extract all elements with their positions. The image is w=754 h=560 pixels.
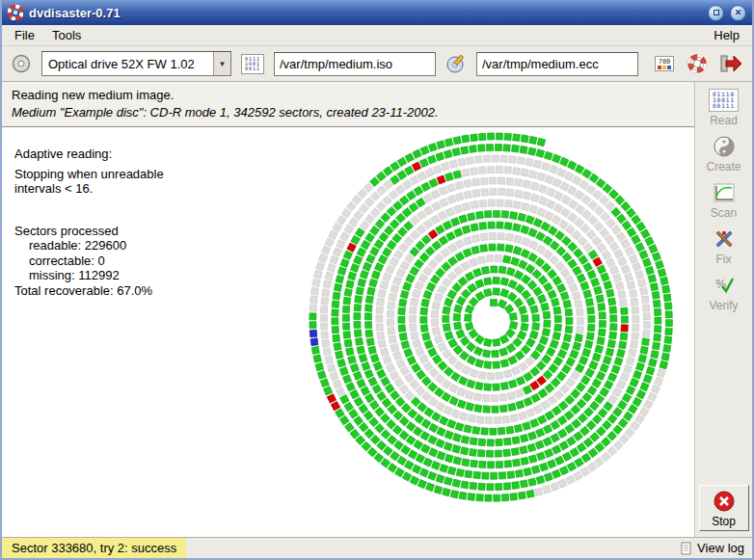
stopping-line1: Stopping when unreadable: [14, 167, 164, 182]
titlebar[interactable]: dvdisaster-0.71 ✕: [2, 0, 752, 25]
scan-icon: [713, 180, 736, 205]
verify-label: Verify: [709, 299, 738, 312]
create-icon: [713, 134, 736, 159]
sectors-processed-title: Sectors processed: [14, 224, 164, 239]
combo-arrow-icon[interactable]: ▼: [213, 52, 230, 75]
action-sidebar: 01110 10011 00111 Read Create: [694, 82, 752, 537]
scan-button[interactable]: Scan: [698, 177, 750, 222]
lifebelt-help-icon: [687, 53, 708, 74]
log-icon: [680, 542, 693, 555]
read-icon: 01110 10011 00111: [709, 88, 739, 113]
view-log-label: View log: [697, 541, 744, 555]
app-icon: [8, 5, 23, 20]
adaptive-reading-title: Adaptive reading:: [14, 147, 164, 162]
preferences-button[interactable]: 780: [652, 53, 677, 74]
status-heading-line2: Medium "Example disc": CD-R mode 1, 3425…: [12, 104, 685, 121]
ecc-path-input[interactable]: [476, 52, 638, 76]
fix-button[interactable]: Fix: [698, 224, 750, 268]
menu-help[interactable]: Help: [705, 26, 748, 44]
reading-canvas: Adaptive reading: Stopping when unreadab…: [2, 127, 694, 537]
close-button[interactable]: ✕: [730, 5, 746, 21]
quit-button[interactable]: [717, 50, 746, 77]
statusbar: Sector 333680, try 2: success View log: [2, 537, 752, 558]
status-heading-line1: Reading new medium image.: [12, 87, 685, 104]
ecc-file-button[interactable]: [443, 50, 470, 77]
stop-icon: [714, 489, 735, 514]
create-button[interactable]: Create: [698, 131, 750, 175]
drive-select-value: Optical drive 52X FW 1.02: [42, 57, 213, 71]
verify-icon: %: [713, 273, 736, 298]
view-log-button[interactable]: View log: [672, 538, 752, 558]
help-button[interactable]: [684, 50, 711, 77]
content-row: Reading new medium image. Medium "Exampl…: [2, 82, 752, 537]
sectors-correctable: correctable: 0: [14, 253, 164, 269]
preferences-icon: 780: [655, 56, 674, 71]
iso-path-input[interactable]: [274, 52, 436, 76]
fix-label: Fix: [716, 253, 732, 266]
toolbar: Optical drive 52X FW 1.02 ▼ 0111 1001 00…: [2, 46, 752, 82]
read-label: Read: [710, 114, 738, 127]
drive-select[interactable]: Optical drive 52X FW 1.02 ▼: [41, 51, 231, 76]
stop-button[interactable]: Stop: [699, 485, 749, 531]
statusbar-spacer: [186, 538, 672, 558]
close-icon: ✕: [735, 8, 742, 17]
menu-file[interactable]: File: [6, 26, 43, 44]
window-title: dvdisaster-0.71: [29, 6, 121, 20]
ecc-file-icon: [445, 53, 467, 74]
main-column: Reading new medium image. Medium "Exampl…: [2, 82, 694, 537]
create-label: Create: [706, 160, 741, 173]
drive-icon: [11, 53, 32, 74]
total-recoverable: Total recoverable: 67.0%: [14, 283, 164, 299]
menubar: File Tools Help: [2, 25, 752, 46]
drive-button[interactable]: [8, 50, 35, 77]
quit-icon: [720, 53, 743, 74]
verify-button[interactable]: % Verify: [698, 270, 750, 314]
reading-stats-panel: Adaptive reading: Stopping when unreadab…: [14, 147, 164, 298]
image-file-button[interactable]: 0111 1001 0011: [238, 51, 267, 77]
read-button[interactable]: 01110 10011 00111 Read: [698, 85, 750, 129]
sectors-missing: missing: 112992: [14, 268, 164, 283]
status-message: Sector 333680, try 2: success: [2, 538, 186, 558]
image-file-icon: 0111 1001 0011: [241, 54, 264, 74]
maximize-button[interactable]: [708, 5, 724, 21]
stopping-line2: intervals < 16.: [14, 181, 164, 197]
menu-tools[interactable]: Tools: [43, 26, 90, 44]
app-window: dvdisaster-0.71 ✕ File Tools Help Optica…: [0, 0, 754, 560]
sectors-readable: readable: 229600: [14, 238, 164, 253]
stop-label: Stop: [712, 515, 736, 528]
status-heading: Reading new medium image. Medium "Exampl…: [2, 82, 694, 127]
fix-icon: [713, 227, 736, 252]
maximize-icon: [714, 10, 719, 15]
scan-label: Scan: [711, 206, 737, 220]
